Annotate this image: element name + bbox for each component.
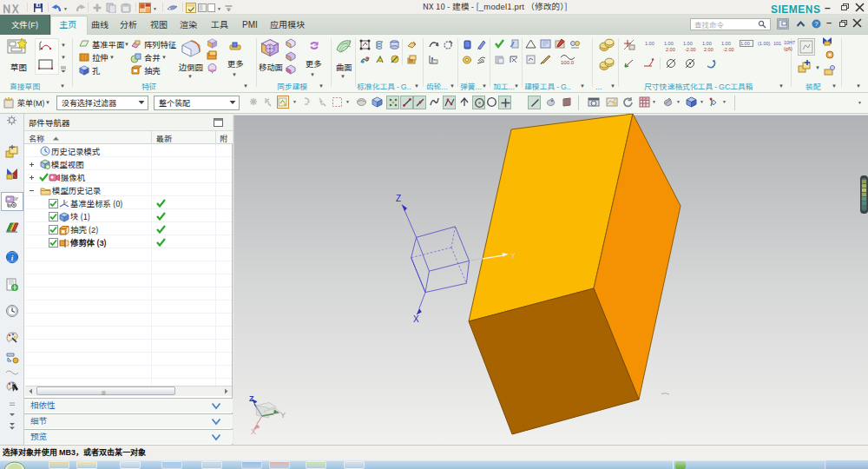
svg-text:1.00: 1.00 <box>702 41 712 46</box>
svg-text:1.00: 1.00 <box>683 41 693 46</box>
svg-text:Y: Y <box>280 411 286 419</box>
svg-text:2.00: 2.00 <box>704 47 713 52</box>
svg-text:Y: Y <box>510 251 516 260</box>
svg-text:100.0: 100.0 <box>561 60 575 65</box>
svg-text:X: X <box>413 314 419 324</box>
svg-text:-2.00: -2.00 <box>723 47 734 52</box>
svg-text:Z: Z <box>249 394 254 403</box>
svg-text:2.00: 2.00 <box>666 47 675 52</box>
svg-text:(1.00): (1.00) <box>758 41 771 46</box>
svg-text:X: X <box>251 427 256 436</box>
svg-text:1.00: 1.00 <box>664 41 674 46</box>
svg-text:Z: Z <box>396 194 401 203</box>
svg-text:1.00: 1.00 <box>740 41 750 46</box>
svg-text:?: ? <box>814 20 819 28</box>
svg-text:(g6): (g6) <box>784 46 792 51</box>
svg-text:1.00: 1.00 <box>645 41 654 46</box>
svg-text:101: 101 <box>773 41 781 46</box>
svg-text:-2.00: -2.00 <box>685 47 696 52</box>
svg-text:1.00: 1.00 <box>721 41 731 46</box>
svg-text:10H7: 10H7 <box>784 40 795 45</box>
